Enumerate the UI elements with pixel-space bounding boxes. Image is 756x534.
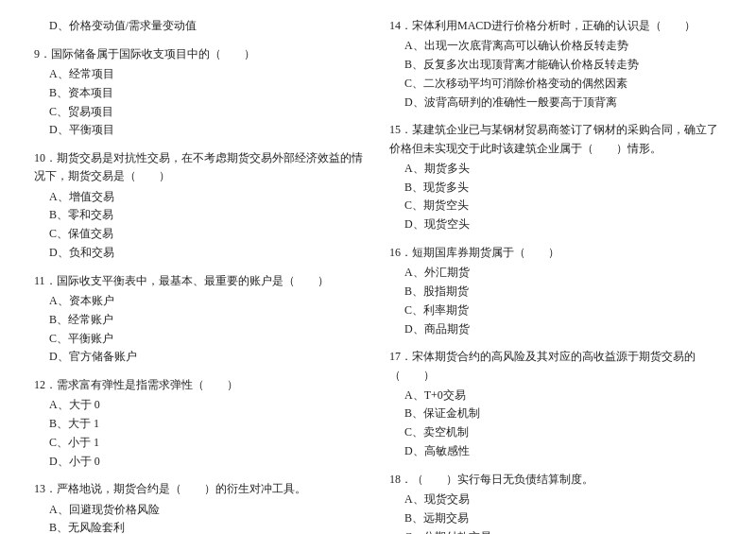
q14-option-a: A、出现一次底背离高可以确认价格反转走势 bbox=[389, 37, 722, 56]
q9-option-d: D、平衡项目 bbox=[34, 121, 367, 140]
q16-option-c: C、利率期货 bbox=[389, 301, 722, 320]
q15-option-b: B、现货多头 bbox=[389, 179, 722, 198]
q16-option-a: A、外汇期货 bbox=[389, 264, 722, 283]
q9-option-a: A、经常项目 bbox=[34, 65, 367, 84]
q16-option-d: D、商品期货 bbox=[389, 320, 722, 339]
q12-title: 12．需求富有弹性是指需求弹性（ ） bbox=[34, 376, 367, 394]
q12-option-d: D、小于 0 bbox=[34, 453, 367, 472]
q15-option-a: A、期货多头 bbox=[389, 160, 722, 179]
question-10: 10．期货交易是对抗性交易，在不考虑期货交易外部经济效益的情况下，期货交易是（ … bbox=[34, 149, 367, 263]
q9-option-b: B、资本项目 bbox=[34, 84, 367, 103]
q18-option-b: B、远期交易 bbox=[389, 509, 722, 528]
question-13: 13．严格地说，期货合约是（ ）的衍生对冲工具。 A、回避现货价格风险 B、无风… bbox=[34, 480, 367, 534]
q13-option-b: B、无风险套利 bbox=[34, 519, 367, 534]
q11-option-a: A、资本账户 bbox=[34, 292, 367, 311]
option-d-top: D、价格变动值/需求量变动值 bbox=[34, 17, 367, 36]
question-17: 17．宋体期货合约的高风险及其对应的高收益源于期货交易的（ ） A、T+0交易 … bbox=[389, 348, 722, 461]
q11-option-d: D、官方储备账户 bbox=[34, 348, 367, 367]
q10-option-c: C、保值交易 bbox=[34, 225, 367, 244]
q17-option-c: C、卖空机制 bbox=[389, 423, 722, 442]
carry-over-option: D、价格变动值/需求量变动值 bbox=[34, 17, 367, 36]
q14-option-c: C、二次移动平均可消除价格变动的偶然因素 bbox=[389, 75, 722, 94]
exam-page: D、价格变动值/需求量变动值 9．国际储备属于国际收支项目中的（ ） A、经常项… bbox=[0, 0, 756, 534]
q18-title: 18．（ ）实行每日无负债结算制度。 bbox=[389, 471, 722, 489]
q12-option-b: B、大于 1 bbox=[34, 415, 367, 434]
question-11: 11．国际收支平衡表中，最基本、最重要的账户是（ ） A、资本账户 B、经常账户… bbox=[34, 272, 367, 367]
q14-title: 14．宋体利用MACD进行价格分析时，正确的认识是（ ） bbox=[389, 17, 722, 35]
content-columns: D、价格变动值/需求量变动值 9．国际储备属于国际收支项目中的（ ） A、经常项… bbox=[34, 17, 722, 534]
question-9: 9．国际储备属于国际收支项目中的（ ） A、经常项目 B、资本项目 C、贸易项目… bbox=[34, 45, 367, 140]
question-16: 16．短期国库券期货属于（ ） A、外汇期货 B、股指期货 C、利率期货 D、商… bbox=[389, 244, 722, 338]
q13-option-a: A、回避现货价格风险 bbox=[34, 501, 367, 520]
q10-option-b: B、零和交易 bbox=[34, 206, 367, 225]
q10-title: 10．期货交易是对抗性交易，在不考虑期货交易外部经济效益的情况下，期货交易是（ … bbox=[34, 149, 367, 185]
q14-option-d: D、波背高研判的准确性一般要高于顶背离 bbox=[389, 94, 722, 112]
q10-option-d: D、负和交易 bbox=[34, 244, 367, 263]
q11-option-b: B、经常账户 bbox=[34, 311, 367, 330]
q15-option-c: C、期货空头 bbox=[389, 197, 722, 215]
q16-option-b: B、股指期货 bbox=[389, 283, 722, 301]
q11-option-c: C、平衡账户 bbox=[34, 330, 367, 349]
q18-option-c: C、分期付款交易 bbox=[389, 528, 722, 534]
q17-option-d: D、高敏感性 bbox=[389, 442, 722, 461]
q14-option-b: B、反复多次出现顶背离才能确认价格反转走势 bbox=[389, 56, 722, 75]
q17-option-b: B、保证金机制 bbox=[389, 405, 722, 423]
left-column: D、价格变动值/需求量变动值 9．国际储备属于国际收支项目中的（ ） A、经常项… bbox=[34, 17, 367, 534]
q12-option-a: A、大于 0 bbox=[34, 396, 367, 415]
right-column: 14．宋体利用MACD进行价格分析时，正确的认识是（ ） A、出现一次底背离高可… bbox=[389, 17, 722, 534]
q12-option-c: C、小于 1 bbox=[34, 434, 367, 453]
question-15: 15．某建筑企业已与某钢材贸易商签订了钢材的采购合同，确立了价格但未实现交于此时… bbox=[389, 121, 722, 234]
question-18: 18．（ ）实行每日无负债结算制度。 A、现货交易 B、远期交易 C、分期付款交… bbox=[389, 471, 722, 534]
q11-title: 11．国际收支平衡表中，最基本、最重要的账户是（ ） bbox=[34, 272, 367, 290]
question-14: 14．宋体利用MACD进行价格分析时，正确的认识是（ ） A、出现一次底背离高可… bbox=[389, 17, 722, 112]
q9-option-c: C、贸易项目 bbox=[34, 103, 367, 122]
q9-title: 9．国际储备属于国际收支项目中的（ ） bbox=[34, 45, 367, 63]
q15-option-d: D、现货空头 bbox=[389, 215, 722, 234]
q18-option-a: A、现货交易 bbox=[389, 491, 722, 509]
q17-option-a: A、T+0交易 bbox=[389, 387, 722, 405]
q13-title: 13．严格地说，期货合约是（ ）的衍生对冲工具。 bbox=[34, 480, 367, 498]
q15-title: 15．某建筑企业已与某钢材贸易商签订了钢材的采购合同，确立了价格但未实现交于此时… bbox=[389, 121, 722, 157]
q17-title: 17．宋体期货合约的高风险及其对应的高收益源于期货交易的（ ） bbox=[389, 348, 722, 384]
question-12: 12．需求富有弹性是指需求弹性（ ） A、大于 0 B、大于 1 C、小于 1 … bbox=[34, 376, 367, 471]
q10-option-a: A、增值交易 bbox=[34, 188, 367, 207]
q16-title: 16．短期国库券期货属于（ ） bbox=[389, 244, 722, 262]
